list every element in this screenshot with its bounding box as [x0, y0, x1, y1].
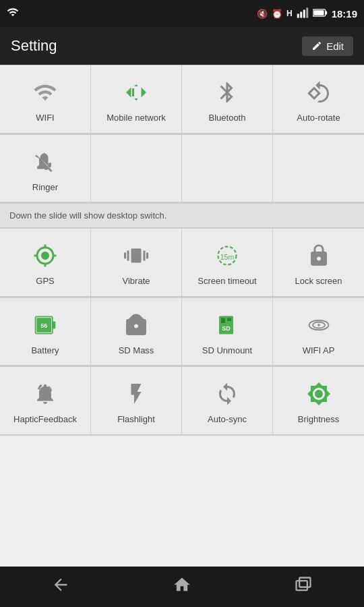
- brightness-label: Brightness: [298, 414, 339, 425]
- haptic-feedback-label: HapticFeedback: [13, 414, 77, 425]
- svg-rect-3: [306, 7, 308, 18]
- wifi-ap-tile[interactable]: WIFI AP: [273, 298, 364, 366]
- empty-cell-1: [91, 135, 182, 203]
- svg-rect-6: [313, 10, 324, 16]
- quick-settings-row-2: Ringer: [0, 134, 364, 204]
- gps-label: GPS: [36, 276, 54, 287]
- recent-apps-button[interactable]: [280, 569, 326, 605]
- auto-rotate-icon: [304, 78, 334, 107]
- ringer-label: Ringer: [32, 182, 58, 193]
- haptic-feedback-tile[interactable]: HapticFeedback: [0, 367, 91, 435]
- edit-icon: [311, 40, 322, 51]
- auto-rotate-tile[interactable]: Auto-rotate: [273, 65, 364, 134]
- svg-rect-14: [221, 318, 225, 323]
- quick-settings-row-3: GPS Vibrate 15m Screen timeout Lock scre…: [0, 228, 364, 297]
- bluetooth-tile[interactable]: Bluetooth: [182, 65, 273, 134]
- flashlight-label: Flashlight: [117, 414, 155, 425]
- edit-label: Edit: [326, 40, 344, 52]
- quick-settings-row-4: 56 Battery SD Mass SD SD Unmount: [0, 297, 364, 367]
- screen-timeout-label: Screen timeout: [198, 276, 256, 287]
- sd-unmount-icon: SD: [212, 310, 242, 340]
- screen-timeout-tile[interactable]: 15m Screen timeout: [182, 229, 273, 297]
- flashlight-icon: [121, 379, 151, 409]
- wifi-ap-icon: [304, 310, 334, 340]
- ringer-icon: [30, 147, 60, 177]
- wifi-tile[interactable]: WIFI: [0, 65, 91, 134]
- info-text: Down the slide will show desktop switch.: [9, 210, 166, 221]
- wifi-label: WIFI: [36, 113, 54, 123]
- auto-sync-label: Auto-sync: [208, 414, 247, 425]
- empty-cell-3: [273, 135, 364, 203]
- battery-tile[interactable]: 56 Battery: [0, 298, 91, 366]
- mobile-network-tile[interactable]: Mobile network: [91, 65, 182, 134]
- svg-rect-15: [227, 318, 231, 321]
- auto-sync-icon: [212, 379, 242, 409]
- bottom-navigation: [0, 567, 364, 607]
- sd-unmount-tile[interactable]: SD SD Unmount: [182, 298, 273, 366]
- lock-screen-label: Lock screen: [295, 276, 342, 287]
- screen-timeout-icon: 15m: [212, 241, 242, 270]
- svg-point-19: [317, 324, 320, 326]
- time-display: 18:19: [332, 8, 357, 20]
- network-icon: H: [286, 9, 293, 18]
- empty-cell-2: [182, 135, 273, 203]
- vibrate-icon: [121, 241, 151, 270]
- svg-rect-20: [297, 581, 307, 590]
- svg-rect-0: [297, 13, 299, 18]
- wifi-icon: [30, 78, 60, 107]
- sd-mass-icon: [121, 310, 151, 340]
- alarm-icon: ⏰: [272, 9, 282, 19]
- brightness-tile[interactable]: Brightness: [273, 367, 364, 435]
- mobile-network-icon: [121, 78, 151, 107]
- page-title: Setting: [11, 37, 57, 55]
- svg-rect-1: [300, 11, 302, 18]
- status-bar: 🔇 ⏰ H 18:19: [0, 0, 364, 27]
- brightness-icon: [304, 379, 334, 409]
- svg-text:SD: SD: [222, 324, 231, 331]
- sd-mass-tile[interactable]: SD Mass: [91, 298, 182, 366]
- auto-sync-tile[interactable]: Auto-sync: [182, 367, 273, 435]
- svg-rect-12: [53, 321, 56, 328]
- quick-settings-row-5: HapticFeedback Flashlight Auto-sync Brig…: [0, 366, 364, 436]
- bluetooth-label: Bluetooth: [209, 113, 246, 123]
- svg-text:56: 56: [40, 322, 47, 328]
- vibrate-label: Vibrate: [123, 276, 150, 287]
- svg-rect-21: [299, 578, 310, 587]
- auto-rotate-label: Auto-rotate: [297, 113, 340, 123]
- quick-settings-row-1: WIFI Mobile network Bluetooth Auto-: [0, 65, 364, 134]
- sd-unmount-label: SD Unmount: [202, 345, 252, 356]
- back-button[interactable]: [38, 569, 84, 605]
- gps-icon: [30, 241, 60, 270]
- ringer-tile[interactable]: Ringer: [0, 135, 91, 203]
- lock-screen-icon: [304, 241, 334, 270]
- svg-rect-5: [325, 11, 327, 14]
- svg-text:15m: 15m: [220, 253, 235, 261]
- info-bar: Down the slide will show desktop switch.: [0, 203, 364, 228]
- svg-rect-2: [303, 9, 305, 18]
- battery-status-icon: [313, 8, 328, 20]
- haptic-feedback-icon: [30, 379, 60, 409]
- home-button[interactable]: [159, 569, 205, 605]
- sd-mass-label: SD Mass: [119, 345, 154, 356]
- gps-tile[interactable]: GPS: [0, 229, 91, 297]
- mobile-network-label: Mobile network: [107, 113, 165, 123]
- mute-icon: 🔇: [257, 9, 268, 19]
- battery-icon: 56: [30, 310, 60, 340]
- wifi-status-icon: [7, 6, 19, 21]
- bluetooth-icon: [212, 78, 242, 107]
- app-header: Setting Edit: [0, 27, 364, 65]
- vibrate-tile[interactable]: Vibrate: [91, 229, 182, 297]
- battery-label: Battery: [31, 345, 59, 356]
- signal-bars: [297, 7, 309, 21]
- flashlight-tile[interactable]: Flashlight: [91, 367, 182, 435]
- edit-button[interactable]: Edit: [302, 36, 353, 56]
- wifi-ap-label: WIFI AP: [303, 345, 335, 356]
- lock-screen-tile[interactable]: Lock screen: [273, 229, 364, 297]
